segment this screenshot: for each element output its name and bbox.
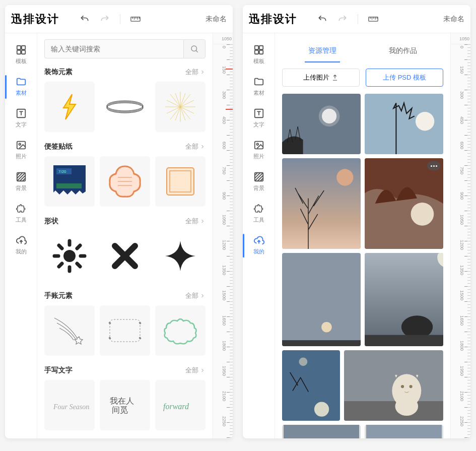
search-button[interactable] bbox=[183, 39, 206, 58]
redo-button[interactable] bbox=[334, 11, 351, 27]
uploaded-image[interactable] bbox=[344, 350, 443, 421]
svg-point-73 bbox=[321, 322, 332, 333]
svg-point-37 bbox=[63, 250, 76, 262]
material-thumb-sun[interactable] bbox=[44, 231, 95, 281]
pattern-icon bbox=[16, 171, 27, 182]
chevron-right-icon bbox=[199, 144, 206, 150]
sidebar-item-materials[interactable]: 素材 bbox=[243, 71, 275, 103]
uploaded-image[interactable] bbox=[365, 425, 443, 438]
uploaded-image[interactable] bbox=[282, 158, 361, 249]
sidebar-item-mine[interactable]: 我的 bbox=[5, 230, 37, 262]
undo-button[interactable] bbox=[314, 11, 330, 27]
redo-button[interactable] bbox=[97, 11, 113, 27]
topbar-separator bbox=[358, 14, 358, 24]
undo-button[interactable] bbox=[77, 11, 93, 27]
document-name[interactable]: 未命名 bbox=[206, 15, 227, 24]
topbar-separator bbox=[120, 14, 120, 24]
sidebar-item-photos[interactable]: 照片 bbox=[5, 135, 37, 166]
svg-point-69 bbox=[336, 169, 353, 185]
ruler-icon bbox=[368, 15, 378, 23]
category-all-link[interactable]: 全部 bbox=[185, 291, 206, 300]
sidebar-item-text[interactable]: 文字 bbox=[5, 103, 37, 135]
sidebar-label: 背景 bbox=[253, 184, 264, 192]
ruler-toggle-button[interactable] bbox=[365, 11, 381, 27]
cloud-upload-icon bbox=[16, 235, 27, 246]
puzzle-icon bbox=[16, 203, 27, 214]
templates-icon bbox=[253, 44, 264, 55]
uploaded-images-grid bbox=[282, 94, 443, 438]
tab-resources[interactable]: 资源管理 bbox=[282, 39, 363, 62]
svg-rect-1 bbox=[17, 46, 20, 49]
material-thumb-note-torn[interactable]: 7/20 bbox=[44, 156, 95, 207]
uploaded-image[interactable] bbox=[282, 425, 361, 438]
material-thumb-script-1[interactable]: Four Seasons bbox=[44, 380, 95, 430]
svg-point-80 bbox=[299, 358, 308, 366]
folder-icon bbox=[16, 76, 27, 87]
sidebar-item-background[interactable]: 背景 bbox=[5, 166, 37, 198]
sidebar-item-tools[interactable]: 工具 bbox=[243, 198, 275, 230]
document-name[interactable]: 未命名 bbox=[443, 15, 464, 24]
svg-text:7/20: 7/20 bbox=[58, 169, 66, 174]
category-title: 手写文字 bbox=[44, 366, 73, 375]
material-thumb-dotted-box[interactable] bbox=[100, 305, 150, 356]
svg-point-71 bbox=[411, 203, 434, 226]
svg-point-61 bbox=[256, 143, 258, 145]
upload-image-button[interactable]: 上传图片 bbox=[282, 69, 360, 87]
sidebar-label: 照片 bbox=[16, 153, 27, 160]
svg-line-43 bbox=[77, 264, 80, 267]
category-all-link[interactable]: 全部 bbox=[185, 142, 206, 151]
material-thumb-firework[interactable] bbox=[155, 82, 206, 132]
svg-rect-77 bbox=[365, 335, 443, 346]
sidebar-item-photos[interactable]: 照片 bbox=[243, 135, 275, 166]
svg-point-79 bbox=[314, 402, 329, 416]
material-thumb-script-2[interactable]: 我在人间觅 bbox=[100, 380, 150, 430]
uploaded-image[interactable] bbox=[365, 253, 443, 346]
material-thumb-lightning[interactable] bbox=[44, 82, 95, 132]
sidebar-item-text[interactable]: 文字 bbox=[243, 103, 275, 135]
svg-point-11 bbox=[107, 103, 143, 113]
image-more-button[interactable] bbox=[427, 161, 440, 170]
svg-text:间觅: 间觅 bbox=[112, 406, 128, 414]
ruler-toggle-button[interactable] bbox=[127, 11, 144, 27]
svg-rect-2 bbox=[21, 46, 25, 49]
sidebar-item-templates[interactable]: 模板 bbox=[5, 39, 37, 71]
uploaded-image[interactable] bbox=[282, 253, 361, 346]
uploaded-image[interactable] bbox=[282, 94, 361, 154]
category-all-link[interactable]: 全部 bbox=[185, 217, 206, 226]
sidebar-label: 工具 bbox=[253, 216, 264, 224]
material-thumb-sparkle[interactable] bbox=[155, 231, 206, 281]
upload-psd-button[interactable]: 上传 PSD 模板 bbox=[366, 69, 443, 87]
undo-icon bbox=[317, 14, 327, 24]
svg-rect-82 bbox=[344, 401, 443, 421]
search-icon bbox=[190, 44, 199, 53]
sidebar-item-templates[interactable]: 模板 bbox=[243, 39, 275, 71]
uploaded-image[interactable] bbox=[282, 350, 340, 421]
material-thumb-cloud-bubble[interactable] bbox=[155, 305, 206, 356]
sidebar-item-tools[interactable]: 工具 bbox=[5, 198, 37, 230]
svg-point-10 bbox=[107, 102, 143, 112]
search-input[interactable] bbox=[44, 39, 183, 58]
material-thumb-shooting-star[interactable] bbox=[44, 305, 95, 356]
category-all-link[interactable]: 全部 bbox=[185, 68, 206, 77]
sidebar-label: 背景 bbox=[16, 184, 27, 192]
chevron-right-icon bbox=[199, 218, 206, 224]
material-thumb-square-note[interactable] bbox=[155, 156, 206, 207]
sidebar-item-materials[interactable]: 素材 bbox=[5, 71, 37, 103]
material-thumb-script-3[interactable]: forward bbox=[155, 380, 206, 430]
svg-point-48 bbox=[109, 337, 111, 339]
uploaded-image[interactable] bbox=[365, 158, 443, 249]
sidebar-item-background[interactable]: 背景 bbox=[243, 166, 275, 198]
category-all-link[interactable]: 全部 bbox=[185, 366, 206, 375]
material-thumb-flower-note[interactable] bbox=[100, 156, 150, 207]
material-thumb-cross[interactable] bbox=[100, 231, 150, 281]
tab-my-works[interactable]: 我的作品 bbox=[363, 39, 443, 62]
sidebar-label: 照片 bbox=[253, 153, 264, 160]
uploaded-image[interactable] bbox=[365, 94, 443, 154]
app-window-mine: 迅排设计 未命名 模板 素材 文字 bbox=[243, 5, 470, 438]
sidebar-label: 模板 bbox=[16, 57, 27, 65]
puzzle-icon bbox=[253, 203, 264, 214]
svg-rect-56 bbox=[259, 46, 262, 49]
ruler-top-value: 1050 bbox=[451, 33, 470, 44]
material-thumb-ellipse-ring[interactable] bbox=[100, 82, 150, 132]
sidebar-item-mine[interactable]: 我的 bbox=[243, 230, 275, 262]
